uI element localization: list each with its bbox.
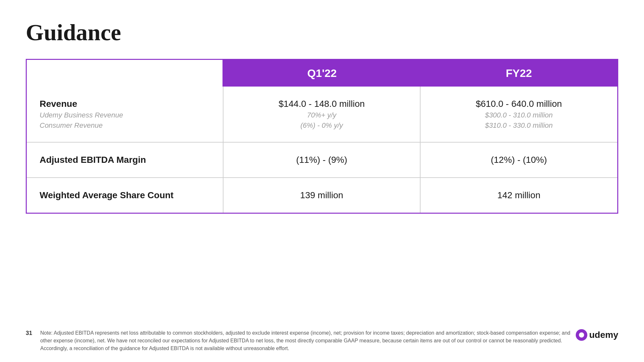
revenue-fy-cell: $610.0 - 640.0 million $300.0 - 310.0 mi… [421,87,617,142]
header-col2: Q1'22 [223,60,420,87]
footer: 31 Note: Adjusted EBITDA represents net … [26,329,618,352]
revenue-label-cell: Revenue Udemy Business Revenue Consumer … [27,87,223,142]
revenue-q1-sub2: (6%) - 0% y/y [300,121,343,130]
header-empty-cell [27,60,223,87]
share-count-fy-cell: 142 million [421,178,617,213]
table-row: Weighted Average Share Count 139 million… [27,177,617,213]
ebitda-q1-main: (11%) - (9%) [296,155,347,165]
guidance-table: Q1'22 FY22 Revenue Udemy Business Revenu… [26,59,618,214]
udemy-logo-icon [576,329,587,341]
footer-left: 31 Note: Adjusted EBITDA represents net … [26,329,572,352]
header-col3-label: FY22 [506,67,532,79]
revenue-q1-cell: $144.0 - 148.0 million 70%+ y/y (6%) - 0… [223,87,420,142]
revenue-fy-main: $610.0 - 640.0 million [476,99,562,109]
header-col2-label: Q1'22 [307,67,336,79]
header-col3: FY22 [421,60,617,87]
share-count-q1-cell: 139 million [223,178,420,213]
page-number: 31 [26,330,34,337]
revenue-fy-sub2: $310.0 - 330.0 million [485,121,553,130]
revenue-label-sub2: Consumer Revenue [40,121,210,130]
share-count-label-main: Weighted Average Share Count [40,190,210,200]
share-count-q1-main: 139 million [300,190,343,200]
ebitda-fy-main: (12%) - (10%) [491,155,547,165]
ebitda-label-main: Adjusted EBITDA Margin [40,155,210,165]
revenue-label-main: Revenue [40,99,210,109]
revenue-q1-main: $144.0 - 148.0 million [279,99,365,109]
page-container: Guidance Q1'22 FY22 Revenue Udemy Busine… [0,0,644,362]
logo-text: udemy [589,330,618,340]
page-title: Guidance [26,19,618,46]
share-count-fy-main: 142 million [497,190,540,200]
table-row: Revenue Udemy Business Revenue Consumer … [27,87,617,142]
revenue-label-sub1: Udemy Business Revenue [40,111,210,119]
table-row: Adjusted EBITDA Margin (11%) - (9%) (12%… [27,142,617,177]
share-count-label-cell: Weighted Average Share Count [27,178,223,213]
ebitda-fy-cell: (12%) - (10%) [421,143,617,177]
svg-point-1 [579,332,584,338]
table-body: Revenue Udemy Business Revenue Consumer … [27,87,617,213]
revenue-q1-sub1: 70%+ y/y [307,111,336,119]
table-header: Q1'22 FY22 [27,60,617,87]
ebitda-label-cell: Adjusted EBITDA Margin [27,143,223,177]
footer-note: Note: Adjusted EBITDA represents net los… [40,329,572,352]
footer-logo: udemy [576,329,618,341]
revenue-fy-sub1: $300.0 - 310.0 million [485,111,553,119]
ebitda-q1-cell: (11%) - (9%) [223,143,420,177]
